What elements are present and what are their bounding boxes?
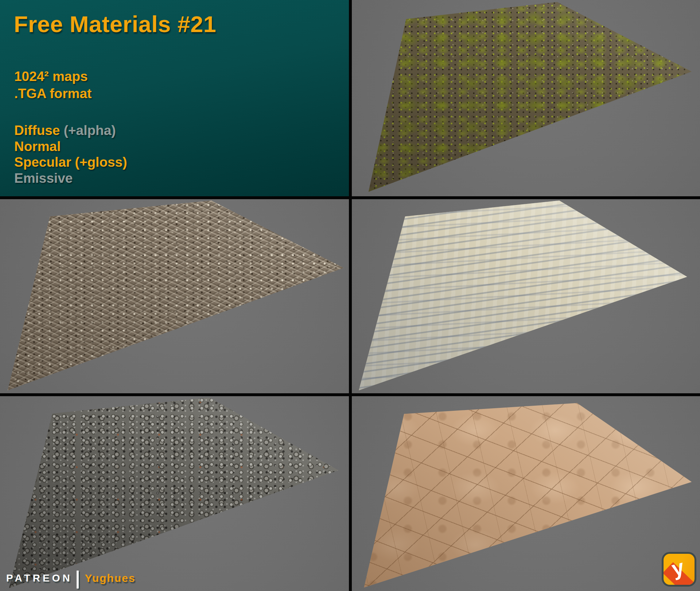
patreon-wordmark: PATREON bbox=[6, 572, 73, 584]
spec-block: 1024² maps .TGA format bbox=[14, 68, 92, 102]
preview-cracked-mud: y bbox=[352, 396, 700, 591]
map-line-diffuse: Diffuse (+alpha) bbox=[14, 123, 127, 139]
map-line-specular: Specular (+gloss) bbox=[14, 154, 127, 170]
author-name: Yughues bbox=[85, 572, 136, 584]
cracked-mud-texture bbox=[352, 396, 700, 591]
credit-divider-bar: | bbox=[75, 567, 80, 589]
map-line-emissive: Emissive bbox=[14, 170, 127, 186]
patreon-credit: PATREON | Yughues bbox=[6, 572, 136, 584]
sand-ripples-texture bbox=[352, 199, 700, 393]
mossy-ground-texture bbox=[352, 0, 700, 196]
spec-line-resolution: 1024² maps bbox=[14, 68, 92, 85]
gravel-pebbles-texture bbox=[0, 396, 349, 591]
maps-list: Diffuse (+alpha) Normal Specular (+gloss… bbox=[14, 123, 127, 186]
yughues-app-icon: y bbox=[662, 552, 696, 587]
spec-line-format: .TGA format bbox=[14, 85, 92, 102]
preview-gravel: PATREON | Yughues bbox=[0, 396, 349, 591]
free-materials-poster: Free Materials #21 1024² maps .TGA forma… bbox=[0, 0, 700, 591]
preview-sand-ripples bbox=[352, 199, 700, 393]
preview-mossy-ground bbox=[352, 0, 700, 196]
info-panel: Free Materials #21 1024² maps .TGA forma… bbox=[0, 0, 349, 196]
preview-wood-chips bbox=[0, 199, 349, 393]
poster-title: Free Materials #21 bbox=[14, 11, 216, 37]
wood-chips-texture bbox=[0, 199, 349, 393]
map-line-normal: Normal bbox=[14, 139, 127, 155]
